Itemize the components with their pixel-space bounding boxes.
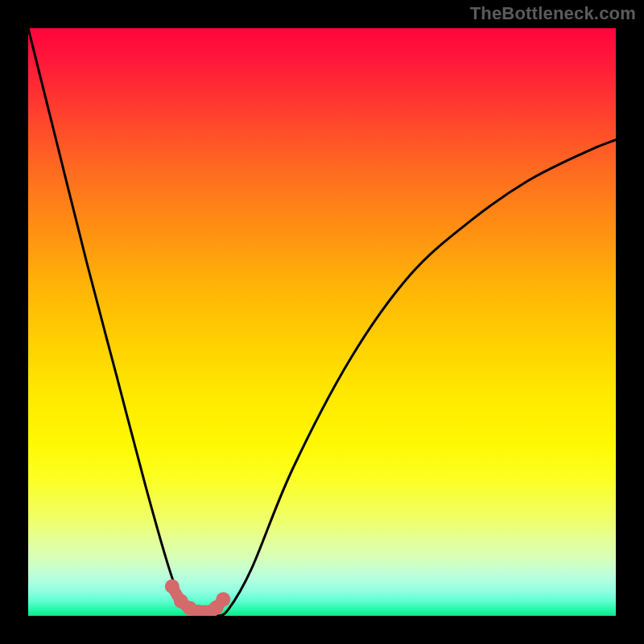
minimum-region-markers (165, 580, 231, 617)
plot-area (28, 28, 616, 616)
bottleneck-curve-path (28, 28, 616, 616)
minimum-marker (165, 580, 180, 594)
attribution-text: TheBottleneck.com (470, 3, 636, 24)
chart-svg (28, 28, 616, 616)
chart-frame: TheBottleneck.com (0, 0, 644, 644)
minimum-marker (216, 592, 230, 607)
